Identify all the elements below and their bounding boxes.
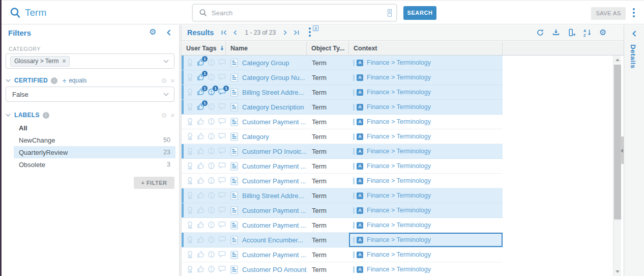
alert-circle-icon[interactable]: 1 [208,88,216,96]
table-row[interactable]: 1Category GroupTermAFinance > Terminolog… [182,56,503,70]
context-link[interactable]: Finance > Terminology [367,74,431,81]
comment-bubble-icon[interactable] [218,118,226,126]
endorsement-thumbs-up-icon[interactable] [197,265,205,273]
context-link[interactable]: Finance > Terminology [367,103,431,111]
term-name-link[interactable]: Customer Payment ... [242,207,306,214]
first-page-icon[interactable] [221,30,227,36]
name-cell[interactable]: Customer Payment ... [226,203,307,217]
endorsement-thumbs-up-icon[interactable] [197,251,205,259]
label-item-obsolete[interactable]: Obsolete3 [14,158,175,171]
name-cell[interactable]: Customer Payment ... [226,159,307,173]
alert-circle-icon[interactable] [208,177,216,185]
alert-circle-icon[interactable] [208,221,216,229]
certified-badge-icon[interactable] [186,206,194,214]
certified-badge-icon[interactable] [186,251,194,259]
comment-bubble-icon[interactable]: 1 [218,88,226,96]
comment-bubble-icon[interactable] [218,73,226,81]
name-cell[interactable]: Customer Payment ... [226,115,307,129]
alert-circle-icon[interactable] [208,236,216,244]
context-link[interactable]: Finance > Terminology [367,222,431,229]
certified-badge-icon[interactable] [186,265,194,273]
term-name-link[interactable]: Customer Payment ... [242,162,306,170]
term-name-link[interactable]: Customer PO Invoic... [242,148,307,155]
certified-badge-icon[interactable] [186,118,194,126]
name-cell[interactable]: Customer Payment ... [226,218,307,232]
endorsement-thumbs-up-icon[interactable] [197,132,205,141]
add-column-icon[interactable] [568,29,576,37]
name-cell[interactable]: Category Description [226,100,307,114]
comment-bubble-icon[interactable] [218,191,226,200]
filters-settings-gear-icon[interactable]: ⚙ [149,28,156,36]
label-item-quarterlyreview[interactable]: QuarterlyReview23 [14,146,175,158]
context-cell[interactable]: AFinance > Terminology [349,56,503,70]
details-expand-icon[interactable] [631,30,638,37]
comment-bubble-icon[interactable] [218,236,226,244]
name-cell[interactable]: Customer Payment ... [226,247,307,262]
certified-badge-icon[interactable] [186,88,194,96]
endorsement-thumbs-up-icon[interactable] [197,147,205,155]
prev-page-icon[interactable] [232,30,238,36]
table-row[interactable]: Customer PO Invoic...TermAFinance > Term… [182,144,503,159]
term-name-link[interactable]: Customer Payment ... [242,177,306,185]
context-cell[interactable]: AFinance > Terminology [349,188,503,203]
context-cell[interactable]: AFinance > Terminology [349,100,503,114]
table-row[interactable]: Customer PO AmountTermAFinance > Termino… [182,262,503,276]
comment-bubble-icon[interactable] [218,147,226,155]
context-link[interactable]: Finance > Terminology [367,266,431,273]
name-cell[interactable]: Customer PO Amount [226,262,307,276]
context-cell[interactable]: AFinance > Terminology [349,218,503,232]
next-page-icon[interactable] [283,30,288,36]
certified-badge-icon[interactable] [186,162,194,170]
alert-circle-icon[interactable] [208,147,216,155]
table-row[interactable]: Account Encumber...TermAFinance > Termin… [182,233,503,247]
context-link[interactable]: Finance > Terminology [367,251,431,258]
section-collapse-chevron-icon[interactable] [6,114,11,117]
name-cell[interactable]: Customer PO Invoic... [226,144,307,158]
name-cell[interactable]: Account Encumber... [226,233,307,247]
column-header-context[interactable]: Context [349,41,503,55]
refresh-icon[interactable] [536,29,544,37]
name-cell[interactable]: Billing Street Addre... [226,85,307,99]
endorsement-thumbs-up-icon[interactable] [197,191,205,200]
search-scope-icon[interactable] [387,9,392,17]
alert-circle-icon[interactable] [208,191,216,200]
name-cell[interactable]: Category [226,129,307,144]
endorsement-thumbs-up-icon[interactable] [197,118,205,126]
context-cell[interactable]: AFinance > Terminology [349,85,503,99]
context-cell[interactable]: AFinance > Terminology [349,247,503,262]
context-link[interactable]: Finance > Terminology [367,177,431,184]
context-cell[interactable]: AFinance > Terminology [349,174,503,188]
search-button[interactable]: SEARCH [403,6,436,20]
alert-circle-icon[interactable] [208,103,216,111]
certified-badge-icon[interactable] [186,177,194,185]
section-collapse-chevron-icon[interactable] [6,79,11,82]
context-cell[interactable]: AFinance > Terminology [349,129,503,144]
remove-tag-icon[interactable]: × [62,58,66,65]
alert-circle-icon[interactable] [208,251,216,259]
certified-badge-icon[interactable] [186,236,194,244]
context-link[interactable]: Finance > Terminology [367,148,431,155]
table-row[interactable]: Customer Payment ...TermAFinance > Termi… [182,203,503,218]
term-name-link[interactable]: Customer Payment ... [242,118,306,126]
name-cell[interactable]: Billing Street Addre... [226,188,307,203]
comment-bubble-icon[interactable] [218,251,226,259]
alert-circle-icon[interactable] [208,118,216,126]
save-as-button[interactable]: SAVE AS [591,7,626,20]
table-row[interactable]: Billing Street Addre...TermAFinance > Te… [182,188,503,203]
last-page-icon[interactable] [293,30,300,36]
certified-badge-icon[interactable] [186,147,194,155]
context-link[interactable]: Finance > Terminology [367,207,431,214]
table-row[interactable]: Customer Payment ...TermAFinance > Termi… [182,247,503,262]
certified-badge-icon[interactable] [186,103,194,111]
endorsement-thumbs-up-icon[interactable] [197,162,205,170]
term-name-link[interactable]: Category Description [242,103,304,111]
section-gear-icon[interactable]: ⚙ [161,77,167,85]
alert-circle-icon[interactable] [208,59,216,67]
name-cell[interactable]: Category Group Nu... [226,70,307,85]
column-header-object-type[interactable]: Object Ty... [307,41,349,55]
term-name-link[interactable]: Billing Street Addre... [242,192,304,200]
table-row[interactable]: CategoryTermAFinance > Terminology [182,129,503,144]
table-row[interactable]: Customer Payment ...TermAFinance > Termi… [182,159,503,174]
certified-badge-icon[interactable] [186,59,194,67]
name-cell[interactable]: Category Group [226,56,307,70]
